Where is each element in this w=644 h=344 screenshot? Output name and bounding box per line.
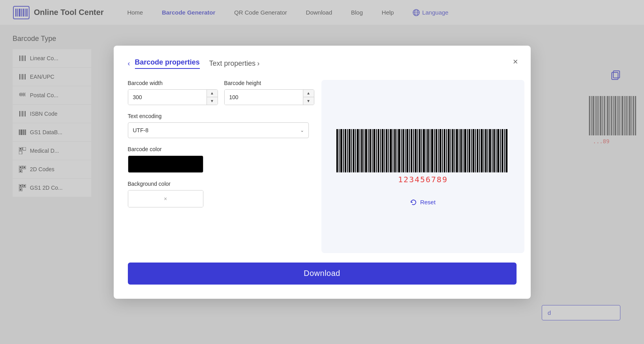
svg-rect-129: [421, 129, 422, 172]
svg-rect-162: [489, 129, 491, 172]
svg-rect-95: [351, 129, 352, 172]
svg-rect-164: [493, 129, 495, 172]
tab-prev-arrow[interactable]: ‹: [128, 59, 130, 68]
barcode-height-input[interactable]: [225, 90, 303, 105]
svg-rect-136: [435, 129, 437, 172]
barcode-width-input[interactable]: [128, 90, 207, 105]
barcode-color-preview: [128, 156, 203, 172]
svg-rect-116: [394, 129, 396, 172]
bg-color-clear-icon: ×: [164, 196, 167, 202]
svg-rect-90: [340, 129, 342, 172]
barcode-height-down[interactable]: ▼: [303, 97, 314, 105]
svg-rect-128: [419, 129, 421, 172]
svg-rect-134: [431, 129, 433, 172]
svg-rect-125: [413, 129, 414, 172]
svg-rect-98: [357, 129, 359, 172]
svg-rect-163: [492, 129, 493, 172]
tab-barcode-properties[interactable]: Barcode properties: [135, 58, 200, 69]
barcode-preview: 123456789: [332, 127, 513, 188]
barcode-height-group: Barcode height ▲ ▼: [224, 80, 314, 105]
svg-rect-151: [467, 129, 468, 172]
barcode-image: 123456789: [332, 127, 513, 186]
svg-rect-112: [386, 129, 388, 172]
svg-rect-88: [336, 129, 338, 172]
svg-rect-118: [398, 129, 400, 172]
svg-rect-139: [442, 129, 443, 172]
text-encoding-select[interactable]: UTF-8 ISO-8859-1 ASCII: [128, 122, 309, 138]
svg-rect-89: [339, 129, 340, 172]
barcode-height-label: Barcode height: [224, 80, 314, 86]
left-panel: Barcode width ▲ ▼ Barcode height: [128, 80, 309, 253]
svg-rect-100: [361, 129, 363, 172]
svg-rect-124: [411, 129, 412, 172]
svg-rect-121: [405, 129, 406, 172]
svg-rect-114: [390, 129, 392, 172]
barcode-width-up[interactable]: ▲: [207, 90, 218, 98]
modal-overlay: ‹ Barcode properties Text properties › ×…: [0, 0, 644, 344]
svg-rect-140: [444, 129, 445, 172]
text-encoding-select-wrap: UTF-8 ISO-8859-1 ASCII ⌄: [128, 122, 309, 138]
download-button[interactable]: Download: [128, 263, 517, 285]
barcode-preview-panel: 123456789 Reset: [321, 80, 524, 253]
modal-body: Barcode width ▲ ▼ Barcode height: [128, 80, 517, 253]
svg-rect-167: [500, 129, 501, 172]
tab-text-properties[interactable]: Text properties ›: [209, 59, 260, 68]
background-color-swatch[interactable]: ×: [128, 190, 203, 207]
svg-rect-104: [369, 129, 371, 172]
svg-rect-113: [388, 129, 389, 172]
svg-rect-105: [372, 129, 373, 172]
svg-rect-94: [349, 129, 351, 172]
svg-rect-101: [364, 129, 364, 172]
background-color-preview: ×: [128, 190, 203, 207]
barcode-width-spinner: ▲ ▼: [207, 90, 218, 105]
svg-rect-110: [382, 129, 384, 172]
modal-header: ‹ Barcode properties Text properties › ×: [128, 58, 517, 69]
barcode-width-label: Barcode width: [128, 80, 218, 86]
barcode-color-swatch[interactable]: [128, 155, 203, 173]
barcode-width-input-row: ▲ ▼: [128, 89, 218, 105]
barcode-height-spinner: ▲ ▼: [303, 90, 314, 105]
barcode-width-down[interactable]: ▼: [207, 97, 218, 105]
svg-rect-138: [439, 129, 441, 172]
svg-rect-91: [343, 129, 344, 172]
svg-rect-122: [406, 129, 408, 172]
svg-rect-131: [426, 129, 426, 172]
svg-rect-168: [502, 129, 503, 172]
svg-rect-133: [430, 129, 430, 172]
text-encoding-label: Text encoding: [128, 113, 309, 119]
svg-rect-146: [456, 129, 458, 172]
svg-rect-154: [472, 129, 474, 172]
svg-rect-107: [376, 129, 377, 172]
dimensions-row: Barcode width ▲ ▼ Barcode height: [128, 80, 309, 105]
barcode-color-label: Barcode color: [128, 146, 309, 152]
svg-rect-159: [483, 129, 484, 172]
modal-close-button[interactable]: ×: [513, 57, 518, 67]
svg-rect-103: [368, 129, 369, 172]
background-color-label: Background color: [128, 181, 309, 187]
barcode-properties-modal: ‹ Barcode properties Text properties › ×…: [114, 46, 531, 299]
svg-rect-130: [423, 129, 425, 172]
svg-rect-126: [415, 129, 417, 172]
svg-rect-155: [475, 129, 476, 172]
svg-rect-92: [345, 129, 346, 172]
svg-rect-106: [373, 129, 375, 172]
barcode-height-up[interactable]: ▲: [303, 90, 314, 98]
svg-rect-141: [446, 129, 447, 172]
svg-rect-157: [479, 129, 480, 172]
svg-rect-137: [438, 129, 439, 172]
reset-button[interactable]: Reset: [410, 199, 435, 206]
svg-rect-102: [365, 129, 367, 172]
svg-rect-120: [402, 129, 404, 172]
barcode-height-input-row: ▲ ▼: [224, 89, 314, 105]
barcode-width-group: Barcode width ▲ ▼: [128, 80, 218, 105]
svg-rect-115: [393, 129, 393, 172]
reset-icon: [410, 199, 417, 206]
svg-rect-93: [347, 129, 348, 172]
svg-rect-111: [384, 129, 385, 172]
svg-rect-108: [378, 129, 379, 172]
svg-rect-150: [464, 129, 466, 172]
svg-rect-156: [477, 129, 478, 172]
svg-rect-143: [450, 129, 451, 172]
svg-rect-166: [497, 129, 499, 172]
svg-rect-165: [496, 129, 496, 172]
